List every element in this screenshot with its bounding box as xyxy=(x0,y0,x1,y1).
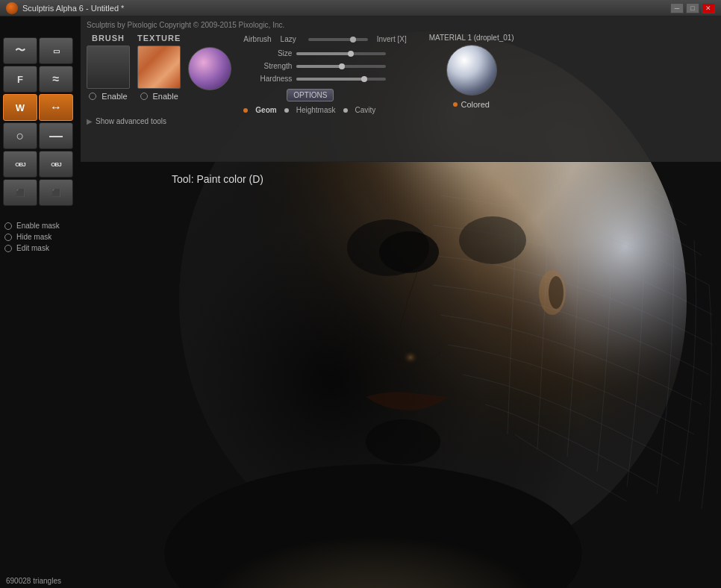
size-slider[interactable] xyxy=(296,52,386,55)
triangle-count: 690028 triangles xyxy=(6,577,61,585)
options-button[interactable]: OPTIONS xyxy=(287,89,334,101)
tool-row-5: OBJ OBJ xyxy=(3,151,81,178)
slider-group: Size Strength Hardne xyxy=(251,49,406,83)
left-toolbar: 〜 ▭ F ≈ W ↔ ○ — xyxy=(3,37,81,206)
size-thumb xyxy=(348,51,354,57)
obj1-icon: OBJ xyxy=(15,161,25,168)
texture-header: TEXTURE xyxy=(137,34,181,43)
smooth-icon: ≈ xyxy=(53,72,60,86)
geom-row: Geom Heightmask Cavity xyxy=(243,106,406,114)
colored-label[interactable]: Colored xyxy=(461,100,490,109)
invert-label[interactable]: Invert [X] xyxy=(377,35,407,43)
brush-header: BRUSH xyxy=(92,34,125,43)
obj2-tool-button[interactable]: OBJ xyxy=(39,151,73,178)
brush-enable-label: Enable xyxy=(102,92,127,101)
enable-mask-item[interactable]: Enable mask xyxy=(4,222,60,230)
mode-row: Airbrush Lazy Invert [X] xyxy=(243,35,406,43)
texture-enable-radio[interactable] xyxy=(140,93,148,100)
lazy-label[interactable]: Lazy xyxy=(281,35,296,43)
hardness-slider[interactable] xyxy=(296,78,386,81)
show-advanced-label[interactable]: Show advanced tools xyxy=(96,117,166,125)
texture-enable-label: Enable xyxy=(153,92,178,101)
tool-row-3: W ↔ xyxy=(3,94,81,121)
pinch-tool-button[interactable]: W xyxy=(3,94,37,121)
toolbar-sections: BRUSH Enable TEXTURE Enable xyxy=(87,34,715,114)
heightmask-dot xyxy=(284,108,289,113)
inflate-icon: ↔ xyxy=(50,101,62,114)
tool6b-button[interactable]: ⬛ xyxy=(39,179,73,206)
inflate-tool-button[interactable]: ↔ xyxy=(39,94,73,121)
cavity-label[interactable]: Cavity xyxy=(355,106,376,114)
tool-row-1: 〜 ▭ xyxy=(3,37,81,64)
minimize-button[interactable]: ─ xyxy=(670,3,684,13)
hide-mask-radio xyxy=(4,234,12,241)
f-icon: F xyxy=(17,74,23,85)
colored-dot xyxy=(453,102,458,107)
hardness-thumb xyxy=(361,76,367,82)
hardness-slider-row: Hardness xyxy=(251,75,406,83)
strength-slider-row: Strength xyxy=(251,62,406,70)
status-bar: 690028 triangles xyxy=(6,577,61,585)
material-ball[interactable] xyxy=(446,45,497,96)
airbrush-label[interactable]: Airbrush xyxy=(243,35,271,43)
colored-row: Colored xyxy=(453,100,490,109)
lazy-thumb xyxy=(350,37,356,43)
lazy-slider[interactable] xyxy=(308,38,368,41)
flatten-tool-button[interactable]: ▭ xyxy=(39,37,73,64)
close-button[interactable]: ✕ xyxy=(702,3,715,13)
tool6b-icon: ⬛ xyxy=(52,189,60,197)
edit-mask-item[interactable]: Edit mask xyxy=(4,244,60,252)
mask-section: Enable mask Hide mask Edit mask xyxy=(4,222,60,252)
tool-row-4: ○ — xyxy=(3,122,81,149)
window-controls: ─ □ ✕ xyxy=(670,3,715,13)
size-label: Size xyxy=(251,49,292,57)
color-ball[interactable] xyxy=(188,47,231,90)
brush-section: BRUSH Enable xyxy=(87,34,130,101)
dash-tool-button[interactable]: — xyxy=(39,122,73,149)
maximize-button[interactable]: □ xyxy=(686,3,699,13)
material-section: MATERIAL 1 (droplet_01) Colored xyxy=(429,34,514,109)
tool-row-2: F ≈ xyxy=(3,66,81,93)
app-icon xyxy=(6,2,18,14)
obj2-icon: OBJ xyxy=(51,161,60,168)
tool-hint: Tool: Paint color (D) xyxy=(172,173,263,185)
cavity-dot xyxy=(343,108,348,113)
texture-preview[interactable] xyxy=(137,46,181,89)
circle-icon: ○ xyxy=(16,128,25,144)
draw-tool-button[interactable]: 〜 xyxy=(3,37,37,64)
heightmask-label[interactable]: Heightmask xyxy=(296,106,336,114)
draw-icon: 〜 xyxy=(15,44,25,57)
hide-mask-item[interactable]: Hide mask xyxy=(4,233,60,241)
flatten-icon: ▭ xyxy=(53,47,60,55)
hardness-label: Hardness xyxy=(251,75,292,83)
app-subtitle: Sculptris by Pixologic Copyright © 2009-… xyxy=(87,21,715,29)
tool6a-button[interactable]: ⬛ xyxy=(3,179,37,206)
enable-mask-radio xyxy=(4,222,12,230)
edit-mask-radio xyxy=(4,245,12,252)
brush-enable-row: Enable xyxy=(89,92,127,101)
obj1-tool-button[interactable]: OBJ xyxy=(3,151,37,178)
brush-enable-radio[interactable] xyxy=(89,93,96,100)
pinch-icon: W xyxy=(16,102,25,113)
options-row: OPTIONS xyxy=(287,89,406,101)
hardness-fill xyxy=(296,78,363,81)
hide-mask-label: Hide mask xyxy=(16,233,52,241)
strength-slider[interactable] xyxy=(296,65,386,68)
tool6a-icon: ⬛ xyxy=(16,189,25,197)
f-tool-button[interactable]: F xyxy=(3,66,37,93)
strength-fill xyxy=(296,65,341,68)
geom-label[interactable]: Geom xyxy=(255,106,276,114)
size-slider-row: Size xyxy=(251,49,406,57)
smooth-tool-button[interactable]: ≈ xyxy=(39,66,73,93)
top-panel: Sculptris by Pixologic Copyright © 2009-… xyxy=(81,16,721,162)
edit-mask-label: Edit mask xyxy=(16,244,49,252)
circle-tool-button[interactable]: ○ xyxy=(3,122,37,149)
texture-section: TEXTURE Enable xyxy=(137,34,181,101)
strength-label: Strength xyxy=(251,62,292,70)
size-fill xyxy=(296,52,350,55)
brush-preview[interactable] xyxy=(87,46,130,89)
title-bar: Sculptris Alpha 6 - Untitled * ─ □ ✕ xyxy=(0,0,721,16)
strength-thumb xyxy=(339,63,345,69)
color-section xyxy=(188,34,231,105)
material-name: MATERIAL 1 (droplet_01) xyxy=(429,34,514,42)
